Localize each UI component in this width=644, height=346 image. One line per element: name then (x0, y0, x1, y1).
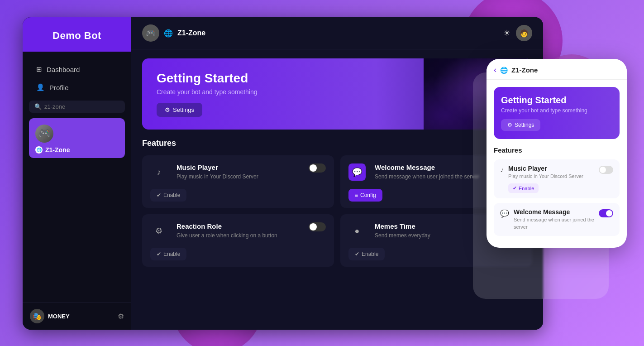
dashboard-icon: ⊞ (36, 65, 42, 73)
welcome-message-config-button[interactable]: ≡ Config (348, 189, 382, 202)
memes-time-title: Memes Time (375, 222, 430, 230)
enable-icon-reaction: ✔ (157, 251, 161, 257)
mobile-music-info: Music Player Play music in Your Discord … (508, 165, 594, 193)
sidebar-nav: ⊞ Dashboard 👤 Profile 🔍 🎮 🌐 Z1-Zone (23, 52, 131, 302)
mobile-features-title: Features (494, 146, 620, 154)
main-window: Demo Bot ⊞ Dashboard 👤 Profile 🔍 🎮 🌐 (23, 17, 543, 330)
welcome-message-btn-label: Config (360, 192, 376, 198)
mobile-music-enable-label: Enable (519, 186, 534, 191)
banner-settings-button[interactable]: ⚙ Settings (157, 103, 202, 117)
mobile-gs-subtitle: Create your bot and type something (501, 107, 612, 114)
music-player-title: Music Player (177, 163, 258, 171)
banner-settings-icon: ⚙ (165, 106, 170, 113)
mobile-settings-icon: ⚙ (507, 122, 512, 128)
enable-icon-memes: ✔ (355, 251, 359, 257)
mobile-music-icon: ♪ (500, 166, 504, 174)
mobile-enable-check-icon: ✔ (513, 185, 517, 191)
mobile-server-name: Z1-Zone (511, 66, 538, 74)
banner-settings-label: Settings (173, 106, 194, 113)
feature-card-header-reaction: ⚙ Reaction Role Give user a role when cl… (150, 222, 326, 240)
mobile-getting-started: Getting Started Create your bot and type… (494, 87, 620, 139)
music-player-info: Music Player Play music in Your Discord … (177, 163, 258, 181)
topbar-globe-icon: 🌐 (164, 29, 173, 38)
reaction-role-desc: Give user a role when clicking on a butt… (177, 231, 277, 240)
reaction-role-title: Reaction Role (177, 222, 277, 230)
server-avatar: 🎮 (35, 125, 53, 143)
server-name: Z1-Zone (45, 146, 70, 154)
sidebar-server-card[interactable]: 🎮 🌐 Z1-Zone (29, 118, 125, 158)
topbar-avatar: 🎮 (142, 24, 159, 42)
feature-card-music-player: ♪ Music Player Play music in Your Discor… (142, 155, 334, 208)
search-input[interactable] (44, 103, 119, 110)
footer-gear-icon[interactable]: ⚙ (118, 312, 124, 321)
footer-avatar: 🎭 (30, 309, 44, 323)
banner-subtitle: Create your bot and type something (157, 88, 258, 96)
mobile-music-toggle[interactable] (599, 166, 613, 174)
mobile-welcome-toggle[interactable] (599, 209, 613, 217)
memes-time-enable-button[interactable]: ✔ Enable (348, 248, 385, 260)
reaction-role-info: Reaction Role Give user a role when clic… (177, 222, 277, 240)
mobile-globe-icon: 🌐 (500, 67, 508, 74)
enable-icon: ✔ (157, 192, 161, 198)
mobile-back-button[interactable]: ‹ (494, 65, 496, 75)
mobile-welcome-icon: 💬 (500, 209, 509, 218)
memes-time-icon: ● (348, 222, 366, 240)
reaction-role-toggle[interactable] (309, 222, 326, 231)
mobile-feature-welcome-message: 💬 Welcome Message Send message when user… (494, 203, 620, 236)
topbar-right: ☀ 🧑 (503, 25, 532, 41)
search-icon: 🔍 (34, 103, 42, 110)
banner-title: Getting Started (157, 71, 258, 86)
welcome-message-info: Welcome Message Send message when user j… (375, 163, 479, 181)
mobile-music-desc: Play music in Your Discord Server (508, 173, 594, 180)
topbar-server-name: Z1-Zone (177, 29, 205, 37)
server-name-row: 🌐 Z1-Zone (35, 146, 70, 154)
welcome-message-icon: 💬 (348, 163, 366, 181)
mobile-settings-label: Settings (515, 122, 534, 128)
welcome-message-title: Welcome Message (375, 163, 479, 171)
sidebar-item-dashboard-label: Dashboard (47, 66, 80, 73)
music-player-btn-label: Enable (163, 192, 180, 198)
sidebar-item-profile[interactable]: 👤 Profile (26, 79, 128, 96)
mobile-settings-button[interactable]: ⚙ Settings (501, 119, 540, 131)
mobile-content: Getting Started Create your bot and type… (487, 80, 627, 248)
sidebar: Demo Bot ⊞ Dashboard 👤 Profile 🔍 🎮 🌐 (23, 17, 131, 330)
mobile-header: ‹ 🌐 Z1-Zone (487, 59, 627, 80)
theme-toggle-icon[interactable]: ☀ (503, 28, 510, 38)
reaction-role-enable-button[interactable]: ✔ Enable (150, 248, 186, 260)
topbar-user-avatar[interactable]: 🧑 (516, 25, 532, 41)
feature-card-reaction-role: ⚙ Reaction Role Give user a role when cl… (142, 214, 334, 267)
topbar-left: 🎮 🌐 Z1-Zone (142, 24, 205, 42)
music-player-toggle[interactable] (309, 163, 326, 173)
config-icon: ≡ (355, 192, 358, 198)
reaction-role-icon: ⚙ (150, 222, 167, 240)
mobile-welcome-desc: Send message when user joined the server (514, 216, 594, 231)
memes-time-info: Memes Time Send memes everyday (375, 222, 430, 240)
sidebar-search: 🔍 (29, 101, 125, 113)
feature-card-header-music: ♪ Music Player Play music in Your Discor… (150, 163, 326, 181)
music-player-icon: ♪ (150, 163, 167, 181)
welcome-message-desc: Send message when user joined the server (375, 173, 479, 181)
footer-username: MONEY (48, 313, 70, 320)
sidebar-item-profile-label: Profile (49, 84, 69, 91)
sidebar-header: Demo Bot (23, 17, 131, 52)
music-player-desc: Play music in Your Discord Server (177, 173, 258, 181)
music-player-enable-button[interactable]: ✔ Enable (150, 189, 186, 202)
memes-time-btn-label: Enable (362, 251, 378, 257)
mobile-welcome-title: Welcome Message (514, 208, 594, 216)
mobile-mockup: ‹ 🌐 Z1-Zone Getting Started Create your … (487, 59, 627, 248)
sidebar-item-dashboard[interactable]: ⊞ Dashboard (26, 61, 128, 78)
reaction-role-btn-label: Enable (163, 251, 180, 257)
banner-content: Getting Started Create your bot and type… (157, 71, 258, 117)
app-title: Demo Bot (52, 30, 101, 41)
mobile-feature-music-player: ♪ Music Player Play music in Your Discor… (494, 159, 620, 198)
server-globe-icon: 🌐 (35, 146, 43, 154)
mobile-welcome-info: Welcome Message Send message when user j… (514, 208, 594, 231)
mobile-music-enable-button[interactable]: ✔ Enable (508, 183, 539, 193)
memes-time-desc: Send memes everyday (375, 231, 430, 240)
sidebar-footer: 🎭 MONEY ⚙ (23, 302, 131, 330)
profile-icon: 👤 (36, 83, 45, 91)
footer-user: 🎭 MONEY (30, 309, 70, 323)
mobile-music-title: Music Player (508, 165, 594, 172)
topbar: 🎮 🌐 Z1-Zone ☀ 🧑 (131, 17, 543, 49)
mobile-gs-title: Getting Started (501, 95, 612, 106)
